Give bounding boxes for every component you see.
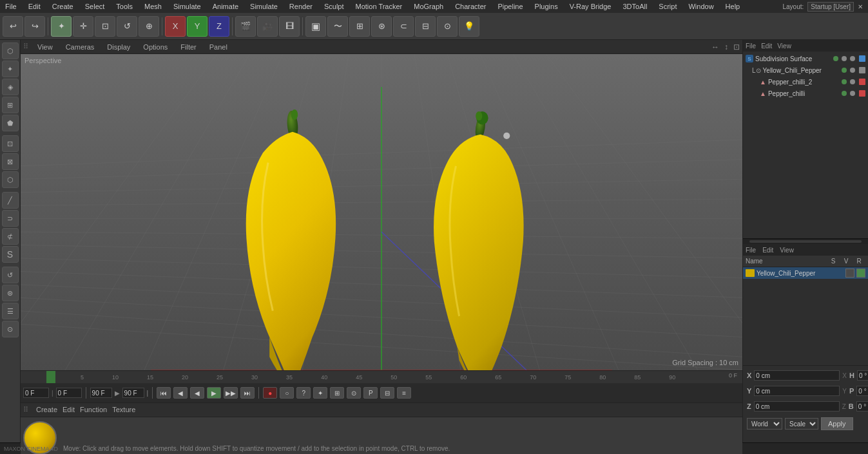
- vp-tab-panel[interactable]: Panel: [206, 43, 231, 51]
- viewport-canvas[interactable]: Perspective Grid Spacing : 10 cm: [21, 54, 742, 370]
- cube-btn[interactable]: ▣: [305, 16, 326, 37]
- array-btn[interactable]: ⊟: [415, 16, 436, 37]
- left-btn-1[interactable]: ⬡: [2, 43, 19, 59]
- vp-tab-cameras[interactable]: Cameras: [62, 43, 99, 51]
- mat-tab-function[interactable]: Function: [80, 406, 107, 413]
- left-btn-11[interactable]: ⊄: [2, 228, 19, 245]
- menu-select[interactable]: Select: [82, 3, 108, 10]
- first-frame-btn[interactable]: ⏮: [157, 387, 171, 399]
- left-btn-3[interactable]: ◈: [2, 79, 19, 95]
- attr-menu-edit[interactable]: Edit: [762, 247, 773, 254]
- scrollbar-thumb[interactable]: [749, 240, 862, 243]
- fps-input[interactable]: [90, 388, 112, 398]
- menu-character[interactable]: Character: [452, 3, 488, 10]
- menu-3dtoall[interactable]: 3DToAll: [620, 3, 650, 10]
- obj-yellow-chili[interactable]: L⊙ Yellow_Chili_Pepper: [744, 64, 867, 76]
- current-frame-input[interactable]: [23, 388, 49, 398]
- left-btn-10[interactable]: ⊃: [2, 210, 19, 227]
- snap-btn[interactable]: ⊙: [437, 16, 458, 37]
- left-btn-13[interactable]: ↺: [2, 267, 19, 283]
- scale-select[interactable]: Scale Size: [785, 418, 818, 430]
- vp-icon-center[interactable]: ↕: [724, 43, 728, 52]
- play-btn[interactable]: ▶: [207, 387, 221, 399]
- left-btn-14[interactable]: ⊛: [2, 285, 19, 301]
- mat-tab-texture[interactable]: Texture: [112, 406, 135, 413]
- mode-btn-4[interactable]: ⊞: [330, 387, 344, 399]
- record-btn[interactable]: ●: [263, 387, 277, 399]
- spline-btn[interactable]: 〜: [327, 16, 348, 37]
- apply-button[interactable]: Apply: [821, 417, 853, 430]
- obj-pepper-chilli-2[interactable]: ▲ Pepper_chilli_2: [744, 76, 867, 88]
- vp-icon-move[interactable]: ↔: [711, 43, 719, 52]
- menu-create[interactable]: Create: [50, 3, 76, 10]
- y-pos-input[interactable]: 0 cm: [754, 386, 840, 396]
- redo-btn[interactable]: ↪: [24, 16, 45, 37]
- attr-v-icon[interactable]: [856, 269, 865, 278]
- menu-mograph[interactable]: MoGraph: [411, 3, 446, 10]
- left-btn-2[interactable]: ✦: [2, 61, 19, 77]
- menu-edit[interactable]: Edit: [26, 3, 43, 10]
- x-axis-btn[interactable]: X: [165, 16, 186, 37]
- left-btn-8[interactable]: ⬡: [2, 171, 19, 188]
- next-keyframe-btn[interactable]: ▶▶: [224, 387, 238, 399]
- menu-animate[interactable]: Animate: [210, 3, 241, 10]
- menu-pipeline[interactable]: Pipeline: [495, 3, 525, 10]
- mode-btn-5[interactable]: ⊙: [347, 387, 361, 399]
- menu-tools[interactable]: Tools: [113, 3, 135, 10]
- left-btn-16[interactable]: ⊙: [2, 321, 19, 337]
- light-btn[interactable]: 💡: [459, 16, 479, 37]
- menu-mesh[interactable]: Mesh: [142, 3, 164, 10]
- attr-yellow-chili[interactable]: Yellow_Chili_Pepper: [743, 267, 868, 279]
- frame-input-2[interactable]: [56, 388, 82, 398]
- world-select[interactable]: World Object: [747, 418, 782, 430]
- left-btn-6[interactable]: ⊡: [2, 135, 19, 152]
- mode-btn-6[interactable]: P: [363, 387, 378, 399]
- mat-tab-edit[interactable]: Edit: [63, 406, 75, 413]
- left-btn-4[interactable]: ⊞: [2, 97, 19, 113]
- menu-help[interactable]: Help: [723, 3, 743, 10]
- y-axis-btn[interactable]: Y: [187, 16, 207, 37]
- mat-tab-create[interactable]: Create: [36, 406, 57, 413]
- attr-s-icon[interactable]: [845, 269, 854, 278]
- left-btn-12[interactable]: S: [2, 246, 19, 263]
- add-btn[interactable]: ⊕: [139, 16, 159, 37]
- obj-subdivision-surface[interactable]: S Subdivision Surface: [744, 53, 867, 64]
- nurbs-btn[interactable]: ⊞: [349, 16, 370, 37]
- layout-select[interactable]: Startup [User]: [807, 2, 854, 12]
- render-region-btn[interactable]: 🎬: [235, 16, 256, 37]
- menu-window[interactable]: Window: [686, 3, 716, 10]
- prev-keyframe-btn[interactable]: ◀: [173, 387, 188, 399]
- vp-tab-options[interactable]: Options: [139, 43, 171, 51]
- left-btn-9[interactable]: ╱: [2, 192, 19, 209]
- menu-plugins[interactable]: Plugins: [532, 3, 561, 10]
- scale-btn[interactable]: ⊡: [95, 16, 115, 37]
- b-input[interactable]: 0 °: [856, 401, 868, 411]
- play-reverse-btn[interactable]: ◀: [190, 387, 204, 399]
- mode-btn-8[interactable]: ≡: [397, 387, 411, 399]
- obj-menu-file[interactable]: File: [746, 43, 756, 50]
- z-pos-input[interactable]: 0 cm: [754, 401, 840, 411]
- vp-icon-maximize[interactable]: ⊡: [733, 43, 740, 52]
- menu-vray-bridge[interactable]: V-Ray Bridge: [567, 3, 614, 10]
- attr-menu-file[interactable]: File: [746, 247, 756, 254]
- mode-btn-2[interactable]: ?: [296, 387, 311, 399]
- menu-motion-tracker[interactable]: Motion Tracker: [353, 3, 405, 10]
- rotate-btn[interactable]: ↺: [117, 16, 137, 37]
- undo-btn[interactable]: ↩: [3, 16, 23, 37]
- obj-pepper-chilli[interactable]: ▲ Pepper_chilli: [744, 88, 867, 99]
- left-btn-15[interactable]: ☰: [2, 303, 19, 319]
- menu-render[interactable]: Render: [287, 3, 315, 10]
- obj-menu-view[interactable]: View: [777, 43, 791, 50]
- h-input[interactable]: 0 °: [857, 370, 868, 381]
- fps-input-2[interactable]: [122, 388, 144, 398]
- move-btn[interactable]: ✛: [73, 16, 93, 37]
- mode-btn-7[interactable]: ⊟: [380, 387, 394, 399]
- obj-menu-edit[interactable]: Edit: [761, 43, 772, 50]
- render-active-view-btn[interactable]: 🎥: [257, 16, 278, 37]
- render-all-btn[interactable]: 🎞: [279, 16, 300, 37]
- left-btn-5[interactable]: ⬟: [2, 115, 19, 131]
- select-btn[interactable]: ✦: [51, 16, 72, 37]
- menu-script[interactable]: Script: [656, 3, 679, 10]
- mode-btn-3[interactable]: ✦: [313, 387, 327, 399]
- z-axis-btn[interactable]: Z: [209, 16, 229, 37]
